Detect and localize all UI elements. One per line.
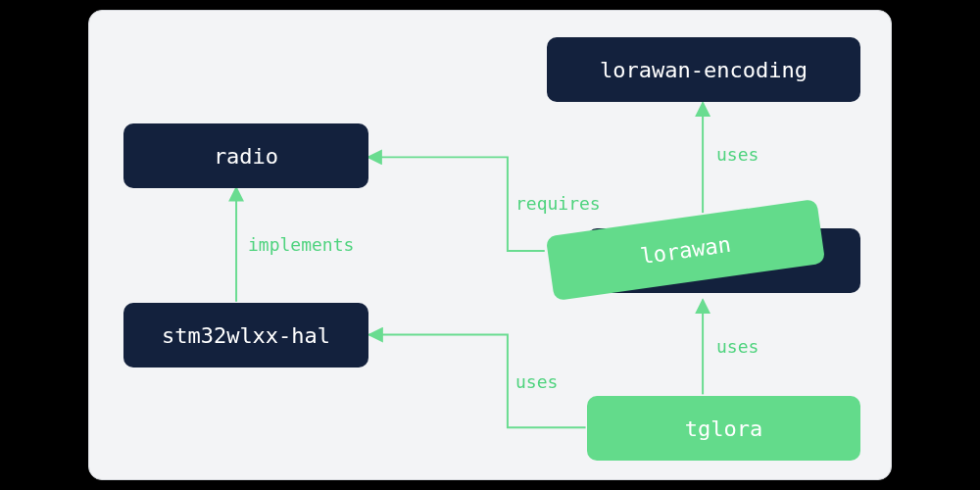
node-lorawan-encoding-label: lorawan-encoding: [600, 58, 808, 82]
node-tglora-label: tglora: [685, 416, 762, 441]
node-tglora: tglora: [587, 396, 860, 461]
node-lorawan-label: lorawan: [639, 231, 732, 269]
diagram-canvas: radio lorawan-encoding stm32wlxx-hal lor…: [88, 10, 892, 480]
edge-label-uses-hal: uses: [515, 371, 558, 392]
edge-label-implements: implements: [248, 234, 354, 255]
node-stm32-label: stm32wlxx-hal: [162, 323, 330, 348]
node-lorawan-encoding: lorawan-encoding: [547, 37, 860, 102]
node-stm32: stm32wlxx-hal: [123, 303, 368, 368]
edge-label-uses-encoding: uses: [716, 144, 759, 165]
node-radio: radio: [123, 123, 368, 188]
edge-label-requires: requires: [515, 193, 601, 214]
edge-label-uses-lorawan: uses: [716, 336, 759, 357]
node-radio-label: radio: [214, 144, 278, 169]
